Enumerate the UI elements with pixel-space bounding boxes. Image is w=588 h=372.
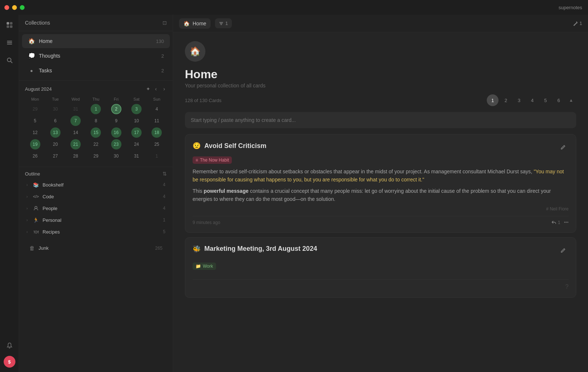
svg-rect-4 [7, 41, 12, 41]
cal-day-6[interactable]: 6 [50, 116, 61, 126]
minimize-button[interactable] [12, 5, 17, 10]
page-3-button[interactable]: 3 [513, 94, 525, 106]
page-6-button[interactable]: 6 [553, 94, 565, 106]
collection-icon: 🏠 [185, 41, 205, 62]
cal-day-17[interactable]: 17 [131, 127, 142, 138]
card-2-tag[interactable]: 📁 Work [193, 263, 216, 270]
cal-day-22[interactable]: 22 [91, 139, 101, 149]
calendar-grid: Mon Tue Wed Thu Fri Sat Sun 29 30 31 1 2… [25, 96, 167, 162]
junk-item[interactable]: 🗑 Junk 265 [22, 242, 170, 254]
user-avatar[interactable]: $ [4, 356, 15, 368]
calendar-prev-button[interactable]: ‹ [153, 85, 159, 93]
calendar-next-button[interactable]: › [161, 85, 167, 93]
outline-code[interactable]: › </> Code 4 [25, 191, 167, 202]
people-chevron: › [26, 206, 32, 210]
filter-icon [219, 21, 224, 26]
page-2-button[interactable]: 2 [500, 94, 512, 106]
cal-day-12[interactable]: 12 [30, 127, 40, 138]
calendar-week-4: 19 20 21 22 23 24 25 [25, 139, 167, 150]
outline-bookshelf[interactable]: › 📚 Bookshelf 4 [25, 179, 167, 191]
code-count: 4 [163, 194, 165, 199]
recipes-icon: 🍽 [32, 228, 40, 235]
content-body: 🏠 Home Your personal collection of all c… [173, 32, 588, 372]
filter-button[interactable]: 1 [215, 18, 231, 28]
nav-item-tasks[interactable]: ● Tasks 2 [22, 64, 170, 77]
cal-day-7[interactable]: 7 [70, 116, 81, 126]
collections-settings-icon[interactable]: ⊡ [162, 20, 167, 26]
card-1-title-area: 😟 Avoid Self Criticism [193, 142, 558, 150]
cal-day-5[interactable]: 5 [30, 116, 40, 126]
cal-day-31-jul[interactable]: 31 [70, 104, 81, 114]
cal-day-4[interactable]: 4 [151, 104, 162, 114]
cal-day-23[interactable]: 23 [111, 139, 121, 149]
cal-day-13[interactable]: 13 [50, 127, 61, 138]
cal-day-16[interactable]: 16 [111, 127, 121, 138]
card-1-edit-button[interactable] [558, 142, 569, 153]
card-1-more-button[interactable]: ••• [564, 220, 569, 225]
cal-day-26[interactable]: 26 [30, 151, 40, 161]
close-button[interactable] [4, 5, 9, 10]
cal-day-25[interactable]: 25 [151, 139, 162, 149]
dow-thu: Thu [86, 96, 106, 102]
card-avoid-self-criticism: 😟 Avoid Self Criticism ≡ The Now Habit [185, 134, 576, 233]
cal-day-29-jul[interactable]: 29 [30, 104, 40, 114]
search-icon[interactable] [4, 54, 15, 66]
cal-day-18[interactable]: 18 [151, 127, 162, 138]
cal-day-14[interactable]: 14 [70, 127, 81, 138]
collection-title: Home [185, 68, 576, 81]
svg-rect-1 [10, 22, 12, 25]
pagination-collapse-button[interactable]: ▲ [566, 95, 576, 105]
card-1-tag[interactable]: ≡ The Now Habit [193, 156, 232, 164]
outline-recipes[interactable]: › 🍽 Recipes 5 [25, 226, 167, 238]
cal-day-3[interactable]: 3 [131, 104, 142, 114]
calendar-section: August 2024 ✦ ‹ › Mon Tue Wed Thu Fri Sa… [19, 80, 173, 167]
cal-day-27[interactable]: 27 [50, 151, 61, 161]
page-1-button[interactable]: 1 [487, 94, 498, 106]
dow-sat: Sat [126, 96, 146, 102]
logo-icon[interactable] [4, 19, 15, 31]
bell-icon[interactable] [4, 340, 15, 351]
fullscreen-button[interactable] [20, 5, 25, 10]
cal-day-30-jul[interactable]: 30 [50, 104, 61, 114]
main-layout: $ Collections ⊡ 🏠 Home 130 💭 Thoughts 2 … [0, 15, 588, 372]
cal-day-15[interactable]: 15 [91, 127, 101, 138]
cal-day-30[interactable]: 30 [111, 151, 121, 161]
dow-fri: Fri [106, 96, 126, 102]
card-2-question-mark[interactable]: ? [565, 283, 569, 290]
card-1-actions: 1 ••• [551, 220, 569, 225]
cal-day-10[interactable]: 10 [131, 116, 142, 126]
calendar-week-1: 29 30 31 1 2 3 4 [25, 104, 167, 115]
cal-day-11[interactable]: 11 [151, 116, 162, 126]
outline-personal[interactable]: › 🏃 Personal 1 [25, 214, 167, 226]
cal-day-29[interactable]: 29 [91, 151, 101, 161]
cal-day-1[interactable]: 1 [91, 104, 101, 114]
pagination-bar: 128 of 130 Cards 1 2 3 4 5 6 ▲ [185, 94, 576, 106]
recipes-label: Recipes [43, 229, 163, 235]
cal-day-9[interactable]: 9 [111, 116, 121, 126]
outline-sort-icon[interactable]: ⇅ [162, 171, 167, 177]
nav-item-home[interactable]: 🏠 Home 130 [22, 34, 170, 48]
nav-item-thoughts[interactable]: 💭 Thoughts 2 [22, 49, 170, 63]
outline-people[interactable]: › People 4 [25, 202, 167, 214]
home-tab[interactable]: 🏠 Home [179, 18, 211, 29]
card-1-header: 😟 Avoid Self Criticism [193, 142, 569, 153]
cal-day-20[interactable]: 20 [50, 139, 61, 149]
cal-day-2[interactable]: 2 [111, 104, 121, 114]
page-5-button[interactable]: 5 [540, 94, 551, 106]
page-4-button[interactable]: 4 [526, 94, 538, 106]
cal-day-21[interactable]: 21 [70, 139, 81, 149]
cal-day-8[interactable]: 8 [91, 116, 101, 126]
card-2-edit-button[interactable] [558, 245, 569, 256]
people-count: 4 [163, 206, 165, 211]
cal-day-31[interactable]: 31 [131, 151, 142, 161]
header-right: 1 [573, 21, 582, 26]
cal-day-28[interactable]: 28 [70, 151, 81, 161]
create-card-input[interactable] [185, 112, 576, 128]
junk-count: 265 [155, 246, 162, 251]
cal-day-24[interactable]: 24 [131, 139, 142, 149]
cal-day-1-sep[interactable]: 1 [151, 151, 162, 161]
pin-badge[interactable]: 1 [573, 21, 582, 26]
list-icon[interactable] [4, 37, 15, 48]
card-1-reply-button[interactable]: 1 [551, 220, 560, 225]
cal-day-19[interactable]: 19 [30, 139, 40, 149]
